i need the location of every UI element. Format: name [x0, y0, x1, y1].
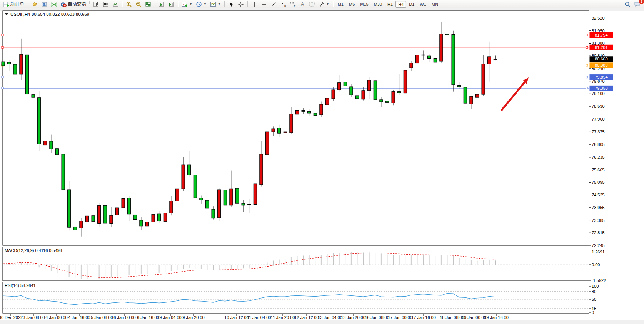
fibonacci-icon: F	[290, 1, 296, 7]
svg-text:E: E	[284, 4, 286, 7]
gold-tool-icon	[32, 1, 38, 7]
horizontal-line-button[interactable]	[259, 0, 269, 8]
notifications-button[interactable]: 1	[632, 0, 642, 8]
timeframe-mn-button[interactable]: MN	[429, 1, 441, 8]
signals-button[interactable]	[49, 0, 58, 8]
auto-scroll-button[interactable]	[157, 0, 166, 8]
timeframe-m30-button[interactable]: M30	[371, 1, 385, 8]
auto-trading-button[interactable]: 自动交易	[59, 0, 88, 8]
dropdown-caret-icon: ▼	[218, 2, 221, 6]
candlestick-icon	[103, 1, 109, 7]
timeframe-m15-button[interactable]: M15	[357, 1, 371, 8]
dropdown-caret-icon: ▼	[326, 2, 329, 6]
toolbar-grip	[89, 1, 90, 7]
time-axis-label: 6 Jan 00:00	[113, 315, 136, 320]
templates-button[interactable]: ▼	[209, 0, 222, 8]
vertical-line-button[interactable]	[250, 0, 259, 8]
time-axis-label: 13 Jan 20:00	[341, 315, 365, 320]
time-axis-label: 4 Jan 16:00	[68, 315, 90, 320]
label-button[interactable]: T	[307, 0, 317, 8]
timeframe-w1-button[interactable]: W1	[417, 1, 429, 8]
label-icon: T	[309, 1, 315, 7]
line-chart-mode-button[interactable]	[111, 0, 120, 8]
price-line-badge-label: 80.389	[595, 63, 608, 67]
periods-button[interactable]: ▼	[194, 0, 208, 8]
price-axis-label: 76.805	[592, 142, 605, 147]
macd-label: MACD(12,26,9) 0.4116 0.5498	[5, 248, 62, 253]
auto-trading-label: 自动交易	[68, 1, 86, 7]
vertical-line-icon	[251, 1, 257, 7]
price-axis-label: 72.815	[592, 230, 605, 235]
price-axis-label: 73.385	[592, 218, 605, 223]
price-axis-label: 75.095	[592, 180, 605, 185]
crosshair-button[interactable]	[236, 0, 245, 8]
channel-button[interactable]: E	[279, 0, 288, 8]
history-center-button[interactable]	[30, 0, 39, 8]
time-axis-label: 16 Jan 08:00	[365, 315, 389, 320]
cursor-button[interactable]	[227, 0, 236, 8]
rsi-axis-label: 50	[592, 297, 596, 302]
toolbar-separator	[178, 1, 178, 7]
price-axis-label: 81.950	[592, 29, 605, 33]
chart-window[interactable]: 82.52081.95081.38080.81080.24079.67079.1…	[0, 8, 644, 324]
time-axis-label: 11 Jan 20:00	[271, 315, 295, 320]
timeframe-m1-button[interactable]: M1	[335, 1, 346, 8]
new-order-button[interactable]: 新订单	[2, 0, 26, 8]
rsi-axis-label: 100	[592, 284, 599, 289]
time-axis-label: 17 Jan 16:00	[411, 315, 436, 320]
zoom-out-button[interactable]	[134, 0, 143, 8]
fibonacci-button[interactable]: F	[288, 0, 297, 8]
window-margin-top	[0, 8, 644, 11]
macd-axis-label: -1.5922	[592, 278, 606, 283]
horizontal-line-icon	[261, 1, 267, 7]
price-axis-label: 72.245	[592, 243, 605, 248]
chart-shift-button[interactable]	[167, 0, 176, 8]
svg-text:A: A	[301, 2, 304, 7]
market-watch-button[interactable]	[40, 0, 49, 8]
time-axis-label: 4 Jan 00:00	[45, 315, 68, 320]
tile-windows-button[interactable]	[143, 0, 153, 8]
tile-windows-icon	[145, 1, 151, 7]
time-axis-label: 18 Jan 08:00	[440, 315, 464, 320]
price-axis-label: 78.530	[592, 104, 605, 109]
chart-title: USOil-,H4 80.654 80.822 80.603 80.669	[5, 12, 89, 17]
window-margin-bottom	[0, 320, 644, 324]
time-axis-label: 3 Jan 08:00	[23, 315, 45, 320]
arrows-button[interactable]: ▼	[317, 0, 331, 8]
signal-icon	[51, 1, 57, 7]
svg-text:USOil-,H4 80.654 80.822 80.60: USOil-,H4 80.654 80.822 80.603 80.669	[10, 12, 89, 17]
timeframe-h1-button[interactable]: H1	[385, 1, 395, 8]
chart-shift-icon	[168, 1, 174, 7]
trendline-button[interactable]	[269, 0, 278, 8]
time-axis-label: 9 Jan 20:00	[182, 315, 205, 320]
timeframe-d1-button[interactable]: D1	[406, 1, 417, 8]
indicators-button[interactable]: ▼	[180, 0, 194, 8]
template-icon	[210, 1, 216, 7]
arrows-tool-icon	[319, 1, 325, 7]
price-axis-label: 77.960	[592, 117, 605, 121]
zoom-in-button[interactable]	[124, 0, 133, 8]
price-axis-label: 73.955	[592, 205, 605, 210]
main-toolbar: 新订单 自动交易 ▼ ▼	[0, 0, 644, 8]
macd-axis-label: 0.00	[592, 262, 600, 267]
time-axis-label: 6 Jan 16:00	[137, 315, 159, 320]
search-button[interactable]	[623, 0, 632, 8]
market-watch-icon	[41, 1, 47, 7]
macd-axis-label: 1.2691	[592, 250, 605, 254]
time-axis-label: 30 Dec 2022	[0, 315, 23, 320]
time-axis-label: 11 Jan 04:00	[247, 315, 271, 320]
notification-badge: 1	[639, 0, 644, 5]
time-axis-label: 17 Jan 00:00	[388, 315, 412, 320]
timeframe-m5-button[interactable]: M5	[346, 1, 357, 8]
price-axis-label: 75.665	[592, 168, 605, 172]
zoom-in-icon	[126, 1, 132, 7]
timeframe-h4-button[interactable]: H4	[395, 1, 406, 8]
bar-chart-mode-button[interactable]	[92, 0, 101, 8]
candlestick-mode-button[interactable]	[101, 0, 110, 8]
toolbar-separator	[28, 1, 28, 7]
price-line-badge-label: 81.754	[595, 33, 608, 37]
price-line-badge-label: 79.854	[595, 75, 608, 79]
time-axis-label: 19 Jan 00:00	[462, 315, 486, 320]
clock-icon	[196, 1, 202, 7]
text-button[interactable]: A	[298, 0, 307, 8]
